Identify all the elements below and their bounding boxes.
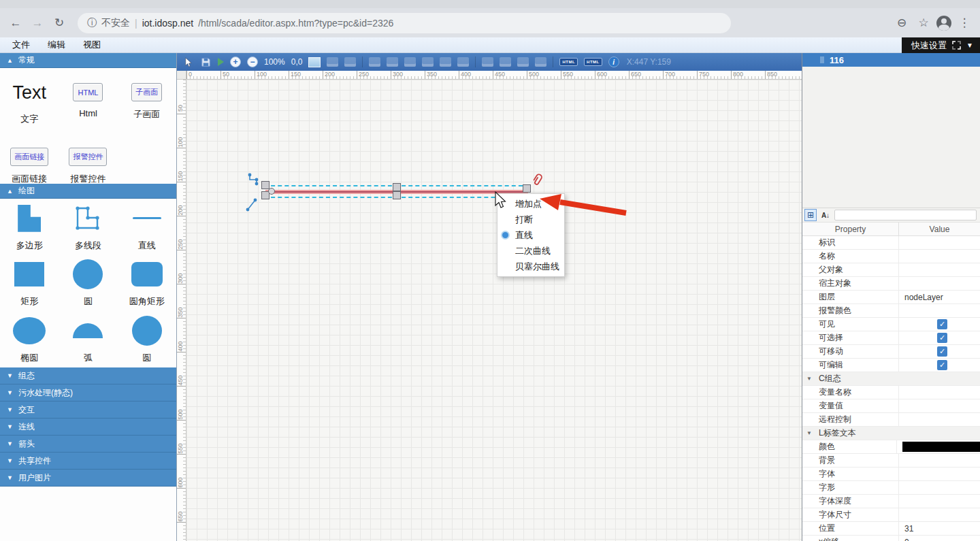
property-value[interactable] [899, 468, 980, 480]
shape-item-rounded-rect[interactable]: 圆角矩形 [118, 255, 176, 312]
property-value[interactable] [899, 277, 980, 290]
zoom-in-icon[interactable]: + [230, 56, 241, 67]
sidebar-section[interactable]: ▼箭头 [0, 436, 176, 453]
property-row[interactable]: 父对象 [802, 263, 980, 277]
save-icon[interactable] [200, 56, 212, 68]
property-value[interactable] [899, 495, 980, 508]
property-row[interactable]: ▼L标签文本 [802, 427, 980, 440]
context-menu-item[interactable]: 贝塞尔曲线 [497, 259, 564, 274]
property-value[interactable] [899, 263, 980, 276]
background-image-icon[interactable] [308, 57, 321, 67]
property-row[interactable]: 图层nodeLayer [802, 291, 980, 304]
property-row[interactable]: 变量名称 [802, 386, 980, 399]
sidebar-section[interactable]: ▼共享控件 [0, 453, 176, 470]
property-value[interactable] [899, 236, 980, 249]
checkbox-checked-icon[interactable]: ✓ [937, 346, 947, 357]
property-row[interactable]: 位置31 [802, 522, 980, 536]
zoom-out-icon[interactable]: − [247, 56, 258, 67]
property-row[interactable]: 背景 [802, 454, 980, 468]
palette-item-alarm-control[interactable]: 报警控件报警控件 [59, 138, 117, 189]
property-row[interactable]: 标识 [802, 236, 980, 250]
property-value[interactable]: 31 [899, 522, 980, 535]
page-info-icon[interactable]: ⓘ [87, 17, 97, 29]
property-row[interactable]: 可编辑✓ [802, 359, 980, 372]
property-row[interactable]: 字形 [802, 481, 980, 495]
property-value[interactable]: ✓ [899, 345, 980, 358]
property-value[interactable] [899, 454, 980, 467]
shape-item-circle-2[interactable]: 圆 [118, 311, 176, 367]
palette-item-html[interactable]: HTMLHtml [59, 73, 117, 138]
shape-item-line[interactable]: 直线 [118, 199, 176, 255]
run-icon[interactable] [218, 58, 224, 66]
design-canvas[interactable] [186, 80, 802, 541]
property-value[interactable]: ✓ [899, 318, 980, 331]
zoom-indicator-icon[interactable]: ⊖ [893, 14, 911, 32]
property-filter-input[interactable] [834, 210, 977, 220]
sidebar-section[interactable]: ▼连线 [0, 419, 176, 436]
line-handle-mid-top[interactable] [393, 183, 401, 191]
palette-item-screen-link[interactable]: 画面链接画面链接 [0, 138, 59, 189]
info-icon[interactable]: i [608, 56, 619, 67]
shape-item-arc[interactable]: 弧 [59, 311, 117, 367]
property-row[interactable]: 字体深度 [802, 495, 980, 508]
property-value[interactable]: nodeLayer [899, 291, 980, 304]
property-row[interactable]: 可选择✓ [802, 331, 980, 345]
line-handle-start-top[interactable] [261, 181, 270, 189]
property-value[interactable] [899, 508, 980, 521]
property-value[interactable]: 0 [899, 536, 980, 541]
menu-view[interactable]: 视图 [74, 37, 110, 52]
property-row[interactable]: 可移动✓ [802, 345, 980, 359]
select-tool-icon[interactable] [182, 56, 194, 68]
sort-alphabetical-icon[interactable]: A↓ [819, 209, 832, 221]
palette-item-text[interactable]: Text文字 [0, 73, 59, 138]
property-row[interactable]: 颜色 [802, 440, 980, 454]
color-swatch[interactable] [902, 442, 980, 452]
property-row[interactable]: 报警颜色 [802, 304, 980, 318]
property-row[interactable]: 字体 [802, 468, 980, 481]
property-row[interactable]: 远程控制 [802, 413, 980, 427]
menu-edit[interactable]: 编辑 [39, 37, 74, 52]
sidebar-section-drawing[interactable]: ▲ 绘图 [0, 184, 176, 199]
html-preview-icon[interactable]: HTML [584, 58, 602, 66]
sidebar-section-general[interactable]: ▲ 常规 [0, 53, 176, 68]
property-value[interactable] [899, 399, 980, 412]
property-value[interactable] [899, 413, 980, 426]
property-value[interactable] [899, 481, 980, 494]
context-menu-item[interactable]: 打断 [497, 212, 564, 227]
bookmark-star-icon[interactable]: ☆ [915, 14, 932, 32]
property-value[interactable] [899, 304, 980, 317]
shape-item-rect[interactable]: 矩形 [0, 255, 59, 312]
shape-item-polyline[interactable]: 多线段 [59, 199, 117, 255]
forward-icon[interactable]: → [29, 14, 46, 32]
menu-file[interactable]: 文件 [0, 37, 39, 52]
paperclip-icon[interactable] [529, 171, 545, 189]
line-handle-mid-bottom[interactable] [393, 191, 401, 199]
property-row[interactable]: x偏移0 [802, 536, 980, 541]
line-handle-start-point[interactable] [268, 188, 275, 195]
sidebar-section[interactable]: ▼污水处理(静态) [0, 384, 176, 401]
browser-menu-icon[interactable]: ⋮ [956, 14, 973, 32]
property-row[interactable]: ▼C组态 [802, 372, 980, 386]
sidebar-section[interactable]: ▼交互 [0, 401, 176, 419]
palette-item-sub-screen[interactable]: 子画面子画面 [118, 73, 176, 138]
property-value[interactable] [897, 440, 980, 453]
context-menu-item[interactable]: 二次曲线 [497, 243, 564, 259]
sidebar-section[interactable]: ▼组态 [0, 367, 176, 384]
property-value[interactable] [899, 250, 980, 263]
property-row[interactable]: 字体尺寸 [802, 508, 980, 522]
profile-avatar[interactable] [936, 16, 951, 31]
property-value[interactable]: ✓ [899, 359, 980, 372]
property-row[interactable]: 变量值 [802, 399, 980, 413]
property-row[interactable]: 名称 [802, 250, 980, 263]
property-row[interactable]: 宿主对象 [802, 277, 980, 291]
categorized-view-icon[interactable]: ⊞ [804, 209, 817, 221]
checkbox-checked-icon[interactable]: ✓ [937, 360, 947, 370]
tree-node-selected[interactable]: 116 [802, 53, 980, 67]
reload-icon[interactable]: ↻ [50, 14, 68, 32]
checkbox-checked-icon[interactable]: ✓ [937, 319, 947, 329]
sidebar-section[interactable]: ▼用户图片 [0, 470, 176, 487]
back-icon[interactable]: ← [7, 14, 24, 32]
shape-item-circle[interactable]: 圆 [59, 255, 117, 312]
shape-item-ellipse[interactable]: 椭圆 [0, 311, 59, 367]
quick-settings-button[interactable]: 快速设置 ▼ [902, 37, 980, 53]
